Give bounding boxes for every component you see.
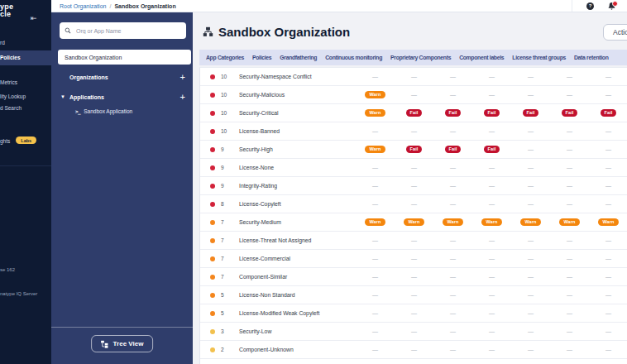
insights-label: ghts (0, 138, 10, 144)
tree-view-button[interactable]: Tree View (91, 335, 154, 352)
action-cell: — (395, 268, 433, 285)
page-title: Sandbox Organization (203, 25, 350, 39)
action-cell: — (550, 159, 589, 176)
tab-continuous-monitoring[interactable]: Continuous monitoring (325, 55, 382, 60)
no-action-dash: — (528, 328, 534, 334)
search-input[interactable] (74, 27, 181, 35)
no-action-dash: — (372, 328, 378, 334)
threat-level-dot (210, 311, 215, 316)
actions-button[interactable]: Actions (603, 24, 627, 41)
action-cell: — (550, 323, 589, 340)
policy-name: Component-Unknown (239, 347, 294, 352)
org-search-box[interactable] (60, 22, 186, 39)
action-cell: Fail (511, 104, 550, 122)
action-cell: — (472, 341, 511, 358)
tree-item-sandbox-application[interactable]: >_ Sandbox Application (75, 108, 132, 114)
no-action-dash: — (528, 292, 534, 298)
action-cell: — (511, 268, 550, 285)
notifications-bell-icon[interactable] (607, 2, 616, 11)
tab-proprietary-components[interactable]: Proprietary Components (390, 55, 451, 60)
policy-row[interactable]: 9Integrity-Rating——————— (200, 177, 627, 195)
add-application-icon[interactable]: + (180, 93, 185, 100)
action-cell: Warn (472, 213, 511, 231)
breadcrumb-root-link[interactable]: Root Organization (60, 3, 106, 9)
sonatype-logo: ype cle (0, 3, 13, 18)
action-cell: — (472, 195, 511, 213)
tree-section-applications[interactable]: ▼ Applications + (69, 93, 185, 100)
tab-component-labels[interactable]: Component labels (459, 55, 504, 60)
policy-name: License-Modified Weak Copyleft (239, 310, 319, 316)
no-action-dash: — (450, 128, 456, 134)
action-cell: — (550, 286, 589, 304)
policy-row[interactable]: 7License-Commercial——————— (200, 250, 627, 268)
policy-row[interactable]: 10License-Banned——————— (200, 122, 627, 141)
tab-app-categories[interactable]: App Categories (206, 55, 244, 60)
threat-level-value: 7 (221, 219, 234, 225)
no-action-dash: — (489, 201, 495, 207)
action-cell: — (511, 68, 550, 85)
tree-section-organizations[interactable]: Organizations + (69, 74, 185, 80)
policy-row[interactable]: 10Security-MaliciousWarn—————— (200, 86, 627, 104)
warn-badge: Warn (520, 218, 542, 227)
policy-row[interactable]: 7License-Threat Not Assigned——————— (200, 232, 627, 250)
sidebar-item-success-metrics[interactable]: Metrics (0, 79, 17, 85)
sidebar-item-advanced-search[interactable]: d Search (0, 105, 22, 111)
policy-row[interactable]: 7Component-Similar——————— (200, 268, 627, 286)
policy-row[interactable]: 5License-Non Standard——————— (200, 286, 627, 304)
policy-row[interactable]: 9Security-HighWarnFailFailFail——— (200, 141, 627, 159)
fail-badge: Fail (484, 146, 500, 154)
action-cell: — (589, 268, 627, 285)
policy-row[interactable]: 5License-Modified Weak Copyleft——————— (200, 304, 627, 323)
sidebar-item-dashboard[interactable]: rd (0, 40, 5, 46)
threat-level-value: 3 (221, 328, 234, 334)
no-action-dash: — (567, 347, 572, 352)
policy-row[interactable]: 10Security-Namespace Conflict——————— (200, 68, 627, 86)
collapse-sidebar-icon[interactable]: ⇤ (31, 14, 37, 22)
no-action-dash: — (450, 183, 456, 189)
policy-row[interactable]: 9License-None——————— (200, 159, 627, 177)
tree-selected-organization[interactable]: Sandbox Organization (58, 50, 191, 65)
policy-row[interactable]: 2Component-Unknown——————— (200, 341, 627, 359)
action-cell: — (472, 304, 511, 322)
policy-row[interactable]: 8License-Copyleft——————— (200, 195, 627, 213)
chevron-down-icon[interactable]: ▼ (60, 94, 65, 99)
threat-level-dot (210, 147, 215, 152)
sidebar-item-orgs-and-policies[interactable]: Policies (0, 50, 51, 65)
help-icon[interactable]: ? (586, 2, 594, 10)
add-organization-icon[interactable]: + (180, 74, 185, 80)
tab-policies[interactable]: Policies (252, 55, 271, 60)
organizations-label: Organizations (69, 74, 108, 80)
sidebar-item-vulnerability-lookup[interactable]: lity Lookup (0, 93, 26, 99)
action-cell: — (511, 232, 550, 249)
policy-row[interactable]: 10Security-CriticalWarnFailFailFailFailF… (200, 104, 627, 122)
tab-grandfathering[interactable]: Grandfathering (280, 55, 317, 60)
action-cell: — (589, 122, 627, 140)
action-cell: — (511, 177, 550, 194)
action-cell: Warn (356, 86, 395, 103)
no-action-dash: — (567, 128, 572, 134)
page-title-text: Sandbox Organization (218, 25, 350, 39)
action-cell: — (589, 159, 627, 176)
threat-level-dot (210, 184, 215, 189)
no-action-dash: — (489, 292, 495, 298)
policy-action-cells: ——————— (356, 250, 627, 267)
no-action-dash: — (411, 347, 417, 352)
policy-row[interactable]: 7Security-MediumWarnWarnWarnWarnWarnWarn… (200, 213, 627, 232)
logo-line-2: cle (0, 11, 13, 18)
tab-data-retention[interactable]: Data retention (574, 55, 609, 60)
action-cell: — (395, 286, 433, 304)
tab-bar: App CategoriesPoliciesGrandfatheringCont… (199, 50, 627, 65)
policy-row[interactable]: 3Security-Low——————— (200, 323, 627, 341)
action-cell: — (356, 177, 395, 194)
threat-level-value: 7 (221, 274, 234, 280)
action-cell: — (550, 268, 589, 285)
breadcrumb-bar: Root Organization / Sandbox Organization… (51, 0, 627, 12)
no-action-dash: — (372, 274, 378, 280)
sidebar-item-insights[interactable]: ghtsLabs (0, 136, 36, 144)
action-cell: — (472, 159, 511, 176)
warn-badge: Warn (481, 218, 503, 227)
policy-action-cells: ——————— (356, 195, 627, 213)
action-cell: — (395, 159, 433, 176)
tab-license-threat-groups[interactable]: License threat groups (512, 55, 566, 60)
action-cell: Fail (433, 104, 472, 122)
